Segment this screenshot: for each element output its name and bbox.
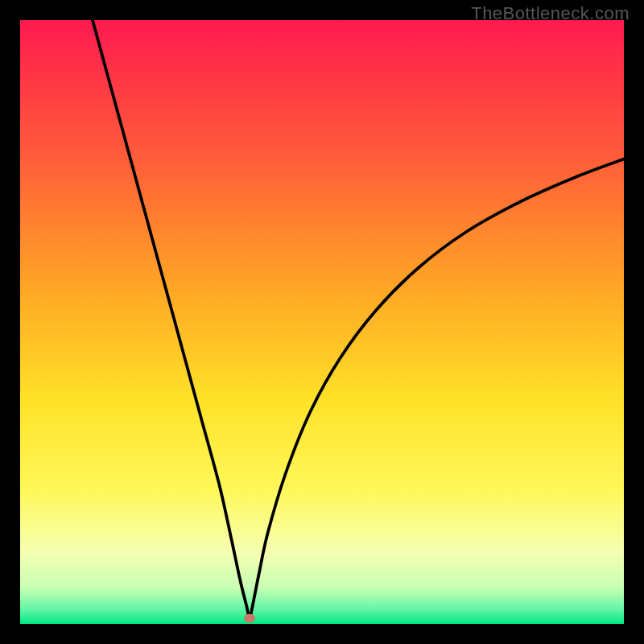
plot-area [20,20,624,624]
bottleneck-curve [93,20,624,618]
watermark-text: TheBottleneck.com [471,3,630,24]
chart-frame: TheBottleneck.com [0,0,644,644]
curve-layer [20,20,624,624]
optimum-marker-icon [244,613,255,622]
